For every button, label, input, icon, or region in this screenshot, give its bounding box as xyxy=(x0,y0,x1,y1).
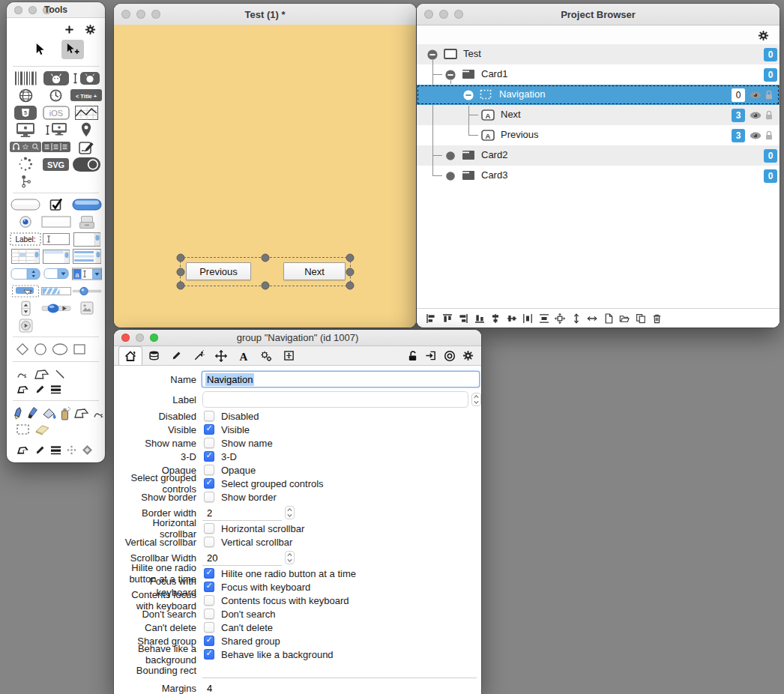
expander-dot-icon[interactable] xyxy=(445,151,456,161)
paint-brush-icon[interactable] xyxy=(26,406,38,420)
expander-minus-icon[interactable] xyxy=(463,90,474,100)
zoom-button[interactable] xyxy=(454,10,463,19)
list-field-icon[interactable] xyxy=(73,249,101,264)
spray-can-icon[interactable] xyxy=(60,406,70,420)
tools-traffic-lights[interactable] xyxy=(14,6,51,14)
space-vertical-icon[interactable] xyxy=(539,313,549,324)
tools-titlebar[interactable]: Tools xyxy=(7,2,105,18)
close-button[interactable] xyxy=(121,334,130,342)
mac-screen-icon[interactable] xyxy=(16,122,35,137)
tab-panel-icon[interactable] xyxy=(11,283,40,298)
new-card-icon[interactable] xyxy=(603,313,614,324)
opaque-checkbox[interactable] xyxy=(204,465,214,475)
open-stack-icon[interactable] xyxy=(619,313,630,324)
paint-curve-icon[interactable] xyxy=(92,407,105,420)
line-width-icon[interactable] xyxy=(50,384,61,395)
selection-handle[interactable] xyxy=(262,282,270,290)
checkbox-control-icon[interactable] xyxy=(49,197,64,212)
stepper-control[interactable] xyxy=(471,393,481,406)
eye-icon[interactable] xyxy=(750,91,762,99)
html5-widget-icon[interactable]: 5 xyxy=(14,105,37,120)
focus-with-keyboard-checkbox[interactable] xyxy=(204,582,214,592)
paint-stroke-color-icon[interactable] xyxy=(34,444,46,456)
border-width-field[interactable]: 2 xyxy=(202,505,282,521)
selection-handle[interactable] xyxy=(346,254,355,262)
pattern-fill-icon[interactable] xyxy=(66,444,77,456)
select-area-icon[interactable] xyxy=(16,423,30,435)
align-top-icon[interactable] xyxy=(442,313,453,324)
lock-icon[interactable] xyxy=(765,90,773,100)
diamond-shape-icon[interactable] xyxy=(16,343,29,356)
straight-line-icon[interactable] xyxy=(54,368,66,380)
add-icon[interactable] xyxy=(63,23,75,35)
label-field[interactable] xyxy=(202,391,468,408)
slider-icon[interactable] xyxy=(72,283,102,298)
fill-color-icon[interactable] xyxy=(16,384,30,395)
scrolling-field-icon[interactable] xyxy=(73,232,100,247)
selection-handle[interactable] xyxy=(346,268,355,276)
minimize-button[interactable] xyxy=(136,10,145,19)
tree-row-test[interactable]: Test0 xyxy=(417,44,780,64)
bounding-rect-field[interactable] xyxy=(202,663,477,678)
paint-line-width-icon[interactable] xyxy=(50,445,61,456)
radio-button-icon[interactable] xyxy=(19,214,32,229)
follow-icon[interactable] xyxy=(425,350,437,361)
activity-spinner-icon[interactable] xyxy=(18,157,33,172)
space-horizontal-icon[interactable] xyxy=(522,313,533,324)
center-horizontal-icon[interactable] xyxy=(490,313,501,324)
vertical-scrollbar-checkbox[interactable] xyxy=(204,537,214,547)
selection-handle[interactable] xyxy=(177,282,185,290)
tab-position-move[interactable] xyxy=(210,346,232,365)
gear-icon[interactable] xyxy=(84,23,96,35)
select-grouped-controls-checkbox[interactable] xyxy=(204,478,214,489)
label-control-icon[interactable]: Label: xyxy=(10,232,41,247)
browser-traffic-lights[interactable] xyxy=(424,10,463,19)
analog-clock-icon[interactable] xyxy=(49,88,63,103)
android-app-icon[interactable] xyxy=(43,70,69,85)
align-right-icon[interactable] xyxy=(458,313,468,324)
target-icon[interactable] xyxy=(444,350,456,362)
switch-button-icon[interactable] xyxy=(73,157,100,172)
progress-bar-icon[interactable] xyxy=(41,283,71,298)
selection-handle[interactable] xyxy=(262,254,270,262)
stepper-control[interactable] xyxy=(285,551,295,564)
minimize-button[interactable] xyxy=(136,334,144,342)
map-pin-icon[interactable] xyxy=(81,122,91,137)
selection-handle[interactable] xyxy=(177,268,185,276)
card-canvas[interactable]: PreviousNext xyxy=(114,25,416,328)
fit-size-icon[interactable] xyxy=(555,313,565,324)
tab-contents[interactable] xyxy=(142,346,165,365)
navigation-bar-icon[interactable]: < Title + xyxy=(70,88,102,103)
stroke-color-icon[interactable] xyxy=(34,384,46,395)
tree-view-icon[interactable] xyxy=(20,174,31,189)
tab-basic-home[interactable] xyxy=(118,346,142,365)
disabled-checkbox[interactable] xyxy=(204,411,214,421)
stepper-control[interactable] xyxy=(285,506,295,519)
gear-icon[interactable] xyxy=(462,350,474,361)
tree-row-card2[interactable]: Card20 xyxy=(417,145,780,166)
3-d-checkbox[interactable] xyxy=(204,451,214,462)
name-field[interactable]: Navigation xyxy=(202,372,479,387)
search-bar-icon[interactable] xyxy=(10,139,41,154)
freehand-curve-icon[interactable] xyxy=(16,367,29,381)
tab-text-style[interactable]: A xyxy=(232,346,255,365)
delete-icon[interactable] xyxy=(651,313,662,324)
zoom-button[interactable] xyxy=(151,10,160,19)
expander-minus-icon[interactable] xyxy=(427,49,438,60)
polygon-shape-icon[interactable] xyxy=(34,368,49,381)
eye-icon[interactable] xyxy=(750,132,762,139)
oval-button-icon[interactable] xyxy=(10,197,40,212)
rectangle-shape-icon[interactable] xyxy=(73,343,86,356)
image-area-icon[interactable] xyxy=(80,301,94,316)
zoom-button[interactable] xyxy=(43,6,51,14)
bordered-field-icon[interactable] xyxy=(43,249,70,264)
svg-path-icon[interactable]: SVG xyxy=(43,157,69,172)
stack-traffic-lights[interactable] xyxy=(121,10,160,19)
stack-titlebar[interactable]: Test (1) * xyxy=(114,4,416,25)
hilite-one-radio-button-at-a-time-checkbox[interactable] xyxy=(204,568,214,579)
lock-icon[interactable] xyxy=(765,110,773,120)
shared-group-checkbox[interactable] xyxy=(204,636,214,646)
tree-row-card3[interactable]: Card30 xyxy=(417,166,780,186)
tab-colors-pencil[interactable] xyxy=(165,346,187,365)
browser-titlebar[interactable]: Project Browser xyxy=(417,4,780,25)
